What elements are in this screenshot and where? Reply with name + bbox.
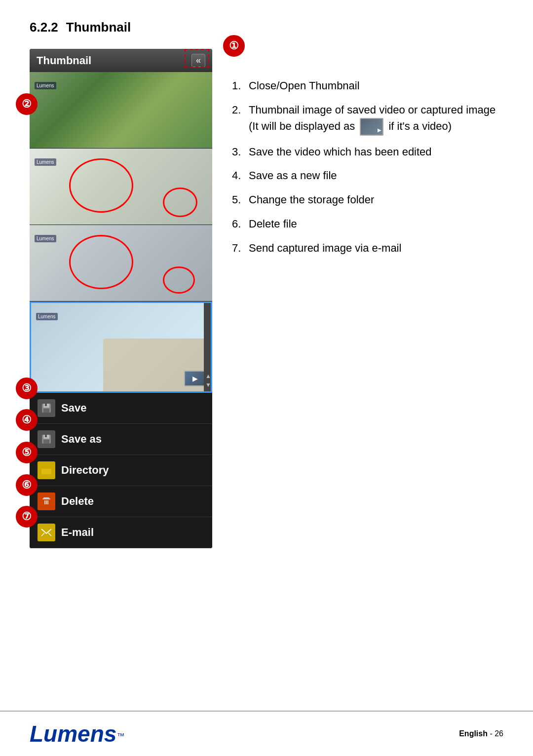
directory-icon [38, 461, 55, 479]
desc-text-4: Save as a new file [249, 168, 337, 184]
desc-item-2: 2. Thumbnail image of saved video or cap… [232, 103, 503, 136]
collapse-button[interactable]: « [191, 54, 205, 67]
thumb-label-2: Lumens [35, 158, 56, 166]
svg-rect-2 [43, 409, 49, 413]
video-icon-sample [360, 118, 383, 136]
footer-page-info: English - 26 [459, 729, 503, 738]
svg-rect-3 [45, 404, 47, 406]
directory-label: Directory [61, 464, 109, 477]
description-list: 1. Close/Open Thumbnail 2. Thumbnail ima… [232, 78, 503, 256]
badge-7: ⑦ [16, 506, 38, 528]
delete-label: Delete [61, 495, 94, 508]
ui-panel: Thumbnail « Lumens L [30, 49, 212, 548]
thumb-label-3: Lumens [35, 235, 56, 242]
save-button[interactable]: Save [30, 393, 212, 424]
badge-1: ① [223, 35, 245, 57]
thumb-label-1: Lumens [35, 82, 56, 89]
svg-rect-9 [42, 498, 50, 499]
thumbnail-list: Lumens Lumens Lumens [30, 72, 212, 393]
scroll-down-arrow[interactable]: ▼ [205, 381, 211, 388]
section-title: Thumbnail [66, 20, 131, 35]
delete-button[interactable]: Delete [30, 486, 212, 517]
thumbnail-item-4[interactable]: Lumens ▶ ▲ ▼ [30, 302, 212, 393]
saveas-label: Save as [61, 433, 102, 446]
delete-icon [38, 492, 55, 510]
panel-header: Thumbnail « [30, 49, 212, 72]
save-label: Save [61, 402, 86, 415]
email-icon [38, 524, 55, 541]
desc-item-4: 4. Save as a new file [232, 168, 503, 184]
footer-lang: English [459, 729, 488, 738]
badge-2: ② [16, 93, 38, 115]
email-label: E-mail [61, 526, 94, 539]
panel-title: Thumbnail [37, 54, 91, 67]
thumbnail-item-1[interactable]: Lumens [30, 72, 212, 149]
desc-item-1: 1. Close/Open Thumbnail [232, 78, 503, 94]
svg-rect-8 [43, 497, 49, 498]
toolbar: Save Save as [30, 393, 212, 548]
mini-video-icon: ▶ [184, 371, 206, 386]
description-panel: 1. Close/Open Thumbnail 2. Thumbnail ima… [232, 49, 503, 265]
desc-item-5: 5. Change the storage folder [232, 192, 503, 208]
footer-page-num: 26 [495, 729, 503, 738]
page-footer: Lumens™ English - 26 [0, 711, 533, 756]
desc-text-7: Send captured image via e-mail [249, 241, 401, 256]
save-icon [38, 399, 55, 417]
email-button[interactable]: E-mail [30, 517, 212, 548]
badge-5: ⑤ [16, 442, 38, 463]
desc-item-7: 7. Send captured image via e-mail [232, 241, 503, 256]
badge-6: ⑥ [16, 474, 38, 496]
badge-4: ④ [16, 409, 38, 431]
desc-text-6: Delete file [249, 217, 297, 232]
desc-text-5: Change the storage folder [249, 192, 374, 208]
saveas-button[interactable]: Save as [30, 424, 212, 455]
scroll-up-arrow[interactable]: ▲ [205, 373, 211, 379]
section-number: 6.2.2 [30, 20, 58, 35]
directory-button[interactable]: Directory [30, 455, 212, 486]
footer-logo: Lumens™ [30, 720, 124, 747]
desc-text-3: Save the video which has been edited [249, 145, 432, 160]
desc-item-3: 3. Save the video which has been edited [232, 145, 503, 160]
footer-separator: - [490, 729, 492, 738]
svg-rect-6 [43, 440, 49, 444]
thumbnail-item-2[interactable]: Lumens [30, 149, 212, 225]
desc-text-2: Thumbnail image of saved video or captur… [249, 103, 503, 136]
svg-rect-7 [45, 435, 47, 437]
thumb-label-4: Lumens [36, 313, 58, 320]
thumbnail-item-3[interactable]: Lumens [30, 225, 212, 302]
saveas-icon [38, 430, 55, 448]
badge-3: ③ [16, 378, 38, 399]
desc-item-6: 6. Delete file [232, 217, 503, 232]
desc-text-1: Close/Open Thumbnail [249, 78, 360, 94]
